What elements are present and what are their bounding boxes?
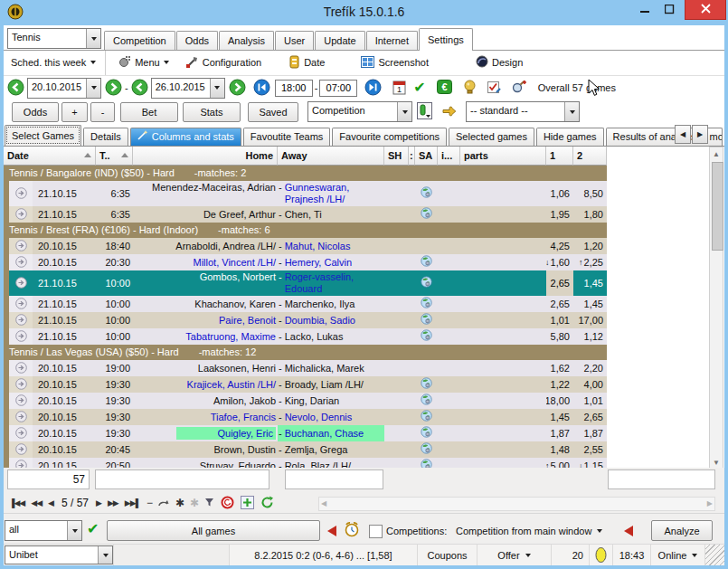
lamp-button[interactable]	[463, 80, 477, 96]
offer-dropdown[interactable]: Offer	[477, 545, 552, 565]
nav-next-button[interactable]: ▶	[96, 498, 101, 507]
match-row[interactable]: 21.10.1510:00Khachanov, Karen-Marchenko,…	[4, 296, 607, 312]
chevron-down-icon[interactable]	[397, 102, 411, 121]
close-button[interactable]	[685, 0, 726, 20]
bookmaker-select[interactable]: Unibet	[5, 545, 113, 564]
chevron-down-icon[interactable]	[564, 102, 579, 121]
calendar-button[interactable]: 1	[392, 80, 406, 97]
match-row[interactable]: 20.10.1520:30Millot, Vincent /LH/-Hemery…	[4, 254, 607, 270]
col-odds2[interactable]: 2	[573, 147, 607, 166]
confirm-check-icon[interactable]: ✔	[413, 81, 425, 94]
configuration-button[interactable]: Configuration	[180, 53, 267, 72]
analyze-button[interactable]: Analyze	[651, 520, 713, 541]
tab-selected-games[interactable]: Selected games	[449, 128, 534, 146]
note-box-2[interactable]	[285, 469, 383, 489]
scrollbar-thumb[interactable]	[712, 162, 723, 251]
match-row[interactable]: 20.10.1519:30Krajicek, Austin /LH/-Broad…	[4, 376, 607, 393]
hand-pointer-icon[interactable]	[441, 105, 458, 119]
match-row[interactable]: 20.10.1520:50Struvay, Eduardo-Rola, Blaz…	[4, 458, 607, 468]
next-from-date-button[interactable]	[105, 79, 122, 98]
nav-edit-button[interactable]: ✱	[175, 497, 184, 509]
menu-tab-competition[interactable]: Competition	[104, 31, 175, 50]
menu-tab-odds[interactable]: Odds	[176, 31, 218, 50]
odds-button[interactable]: Odds	[12, 102, 59, 122]
nav-post-button[interactable]: ✱	[190, 497, 198, 509]
euro-button[interactable]: €	[437, 80, 452, 96]
row-arrow-icon[interactable]	[9, 238, 33, 254]
tab-details[interactable]: Details	[83, 128, 128, 146]
nav-delete-button[interactable]: −	[147, 497, 152, 509]
tab-hide-games[interactable]: Hide games	[536, 128, 604, 146]
date-button[interactable]: Date	[283, 53, 330, 72]
nav-fast-back-button[interactable]: ◀◀	[31, 498, 42, 507]
match-row[interactable]: 21.10.1510:00Gombos, Norbert-Roger-vasse…	[4, 270, 607, 296]
standard-select[interactable]: -- standard --	[466, 101, 580, 122]
competition-source-select[interactable]: Competition from main window	[456, 526, 602, 536]
match-row[interactable]: 20.10.1519:30Tiafoe, Francis-Nevolo, Den…	[4, 409, 607, 425]
coupons-button[interactable]: Coupons	[418, 545, 477, 565]
design-button[interactable]: Design	[470, 53, 528, 71]
competition-mode-select[interactable]: Competition	[307, 101, 412, 122]
row-arrow-icon[interactable]	[9, 270, 33, 296]
match-row[interactable]: 20.10.1520:45Brown, Dustin-Zemlja, Grega…	[4, 441, 607, 458]
col-date[interactable]: Date	[4, 147, 96, 166]
col-home[interactable]: Home	[133, 147, 278, 166]
sport-select[interactable]: Tennis	[7, 28, 101, 49]
resize-grip[interactable]	[705, 545, 724, 565]
tasks-button[interactable]	[487, 81, 501, 96]
col-colon[interactable]: :	[409, 147, 415, 166]
note-box-1[interactable]	[95, 469, 269, 489]
all-games-button[interactable]: All games	[107, 520, 320, 541]
date-from-select[interactable]: 20.10.2015	[27, 78, 101, 99]
menu-tab-update[interactable]: Update	[315, 31, 364, 50]
menu-tab-user[interactable]: User	[275, 31, 314, 50]
nav-redo-button[interactable]	[158, 498, 169, 507]
skip-start-button[interactable]	[253, 79, 270, 98]
match-row[interactable]: 21.10.1510:00Paire, Benoit-Doumbia, Sadi…	[4, 312, 607, 328]
match-row[interactable]: 21.10.156:35De Greef, Arthur-Chen, Ti1,9…	[4, 206, 607, 223]
row-arrow-icon[interactable]	[9, 360, 33, 376]
chevron-down-icon[interactable]	[98, 546, 112, 564]
row-arrow-icon[interactable]	[9, 254, 33, 270]
row-arrow-icon[interactable]	[9, 458, 33, 468]
match-row[interactable]: 20.10.1519:30Quigley, Eric-Buchanan, Cha…	[4, 425, 607, 441]
nav-first-button[interactable]: ▐◀◀	[9, 498, 24, 507]
minus-button[interactable]: -	[90, 102, 115, 122]
chevron-down-icon[interactable]	[86, 29, 100, 48]
row-arrow-icon[interactable]	[9, 181, 33, 206]
nav-cancel-button[interactable]	[221, 496, 234, 509]
match-row[interactable]: 21.10.156:35Menendez-Maceiras, Adrian-Gu…	[4, 181, 607, 206]
stats-button[interactable]: Stats	[183, 102, 241, 122]
col-sh[interactable]: SH	[384, 147, 409, 166]
tab-favourite-competitions[interactable]: Favourite competitions	[332, 128, 447, 146]
schedule-dropdown[interactable]: Sched. this week	[4, 51, 106, 75]
chevron-down-icon[interactable]	[67, 521, 81, 540]
skip-end-button[interactable]	[364, 79, 382, 98]
col-info[interactable]: i...	[438, 147, 460, 166]
row-arrow-icon[interactable]	[9, 425, 33, 441]
menu-tab-internet[interactable]: Internet	[366, 31, 418, 50]
nav-prev-button[interactable]: ◀	[48, 498, 53, 507]
time-from-input[interactable]	[275, 80, 313, 97]
row-arrow-icon[interactable]	[9, 441, 33, 458]
row-arrow-icon[interactable]	[9, 393, 33, 409]
zoom-search-button[interactable]	[512, 80, 527, 96]
scroll-right-icon[interactable]: ▶	[707, 499, 713, 507]
tab-scroll-right-button[interactable]: ▶	[692, 125, 708, 144]
chevron-down-icon[interactable]	[86, 79, 100, 98]
vertical-scrollbar[interactable]: ▲ ▼	[709, 147, 723, 468]
competitions-checkbox[interactable]	[369, 525, 383, 538]
bet-button[interactable]: Bet	[120, 102, 178, 122]
match-row[interactable]: 20.10.1518:40Arnaboldi, Andrea /LH/-Mahu…	[4, 238, 607, 254]
nav-last-button[interactable]: ▶▶▌	[125, 498, 140, 507]
screenshot-button[interactable]: Screenshot	[355, 54, 434, 71]
row-arrow-icon[interactable]	[9, 409, 33, 425]
menu-tab-analysis[interactable]: Analysis	[219, 31, 274, 50]
scroll-up-icon[interactable]: ▲	[711, 150, 722, 158]
scroll-left-icon[interactable]: ◀	[321, 499, 326, 507]
nav-filter-button[interactable]	[204, 498, 214, 507]
nav-refresh-button[interactable]	[260, 496, 274, 509]
date-to-select[interactable]: 26.10.2015	[151, 78, 225, 99]
tab-scroll-left-button[interactable]: ◀	[675, 125, 691, 144]
tab-columns-and-stats[interactable]: Columns and stats	[130, 128, 241, 146]
